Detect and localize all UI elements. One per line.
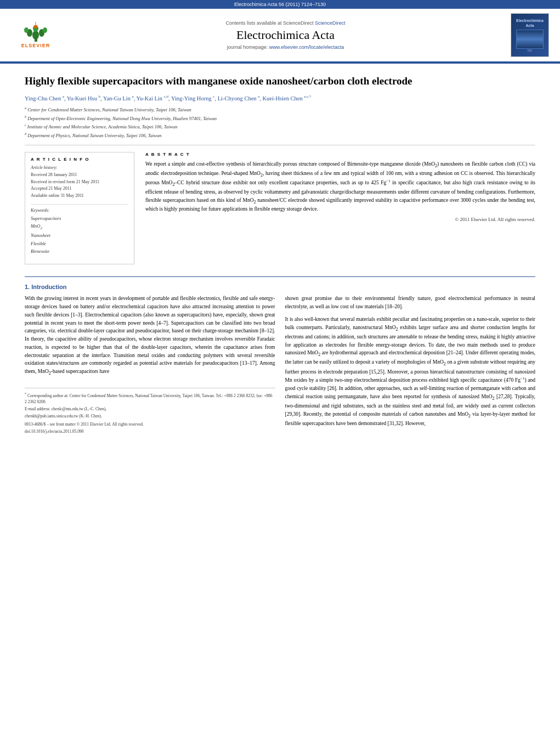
copyright-text: © 2011 Elsevier Ltd. All rights reserved… bbox=[145, 217, 535, 222]
svg-point-5 bbox=[43, 27, 47, 33]
info-abstract-section: A R T I C L E I N F O Article history: R… bbox=[25, 152, 535, 270]
introduction-body: With the growing interest in recent year… bbox=[25, 295, 535, 433]
elsevier-text: ELSEVIER bbox=[21, 43, 50, 48]
keyword-supercapacitors: Supercapacitors bbox=[31, 214, 128, 222]
page: Electrochimica Acta 56 (2011) 7124–7130 … bbox=[0, 0, 560, 741]
abstract-text: We report a simple and cost-effective sy… bbox=[145, 160, 535, 213]
authors-line: Ying-Chu Chen a, Yu-Kuei Hsu b, Yan-Gu L… bbox=[25, 94, 535, 103]
journal-homepage: journal homepage: www.elsevier.com/locat… bbox=[71, 44, 500, 50]
date-available: Available online 31 May 2011 bbox=[31, 193, 128, 200]
intro-left-col: With the growing interest in recent year… bbox=[25, 295, 275, 433]
affiliation-b: b Department of Opto-Electronic Engineer… bbox=[25, 115, 535, 122]
article-info-label: A R T I C L E I N F O bbox=[31, 157, 128, 162]
journal-citation-bar: Electrochimica Acta 56 (2011) 7124–7130 bbox=[0, 0, 560, 9]
affiliation-d: d Department of Physics, National Taiwan… bbox=[25, 132, 535, 139]
sciencedirect-line: Contents lists available at ScienceDirec… bbox=[71, 20, 500, 26]
cover-title-line2: Acta bbox=[525, 24, 534, 27]
doi-line: doi:10.1016/j.electacta.2011.05.090 bbox=[25, 429, 275, 434]
journal-cover-image: Electrochimica Acta ISE bbox=[511, 13, 549, 57]
introduction-heading: 1. Introduction bbox=[25, 284, 535, 290]
abstract-label: A B S T R A C T bbox=[145, 152, 535, 157]
affiliation-a: a Center for Condensed Matter Sciences, … bbox=[25, 106, 535, 114]
svg-point-1 bbox=[32, 31, 39, 39]
footnote-email1: E-mail address: chenlc@ntu.edu.tw (L.-C.… bbox=[25, 406, 275, 412]
intro-paragraph2: shown great promise due to their environ… bbox=[285, 295, 536, 310]
history-label: Article history: bbox=[31, 165, 128, 170]
keyword-flexible: Flexible bbox=[31, 240, 128, 247]
svg-point-4 bbox=[24, 27, 29, 33]
date-accepted: Accepted 21 May 2011 bbox=[31, 185, 128, 193]
article-info-box: A R T I C L E I N F O Article history: R… bbox=[25, 152, 134, 265]
cover-graphic bbox=[516, 30, 544, 49]
article-title: Highly flexible supercapacitors with man… bbox=[25, 75, 535, 88]
article-content: Highly flexible supercapacitors with man… bbox=[0, 64, 560, 445]
keyword-mno2: MnO2 bbox=[31, 222, 128, 231]
footnote-corresponding: * Corresponding author at: Center for Co… bbox=[25, 392, 275, 405]
citation-text: Electrochimica Acta 56 (2011) 7124–7130 bbox=[234, 2, 326, 7]
elsevier-tree-icon bbox=[21, 22, 51, 43]
intro-paragraph3: It is also well-known that several mater… bbox=[285, 315, 536, 428]
cover-title-line1: Electrochimica bbox=[516, 19, 544, 22]
homepage-link[interactable]: www.elsevier.com/locate/electacta bbox=[269, 44, 344, 50]
affiliation-c: c Institute of Atomic and Molecular Scie… bbox=[25, 123, 535, 131]
info-divider bbox=[31, 204, 128, 205]
journal-center-header: Contents lists available at ScienceDirec… bbox=[60, 20, 511, 50]
abstract-body-divider bbox=[25, 276, 535, 277]
issn-line: 0013-4686/$ – see front matter © 2011 El… bbox=[25, 422, 275, 427]
keyword-nanosheet: Nanosheet bbox=[31, 231, 128, 239]
journal-title: Electrochimica Acta bbox=[71, 28, 500, 42]
affiliation-divider bbox=[25, 145, 535, 145]
keywords-label: Keywords: bbox=[31, 208, 128, 213]
svg-rect-7 bbox=[34, 25, 37, 28]
keywords-group: Keywords: Supercapacitors MnO2 Nanosheet… bbox=[31, 208, 128, 255]
intro-paragraph1: With the growing interest in recent year… bbox=[25, 295, 275, 377]
date-received: Received 28 January 2011 bbox=[31, 172, 128, 179]
footnote-area: * Corresponding author at: Center for Co… bbox=[25, 388, 275, 434]
footnote-email2: chenkh@pub.iams.sinica.edu.tw (K.-H. Che… bbox=[25, 413, 275, 419]
article-info-column: A R T I C L E I N F O Article history: R… bbox=[25, 152, 134, 270]
cover-ise-badge: ISE bbox=[528, 49, 532, 52]
date-revised: Received in revised form 21 May 2011 bbox=[31, 179, 128, 186]
abstract-column: A B S T R A C T We report a simple and c… bbox=[145, 152, 535, 270]
elsevier-logo: ELSEVIER bbox=[11, 20, 60, 50]
sciencedirect-link[interactable]: ScienceDirect bbox=[315, 20, 346, 26]
intro-right-col: shown great promise due to their environ… bbox=[285, 295, 536, 433]
keyword-birnessite: Birnessite bbox=[31, 247, 128, 255]
article-history-group: Article history: Received 28 January 201… bbox=[31, 165, 128, 200]
journal-header: ELSEVIER Contents lists available at Sci… bbox=[0, 9, 560, 63]
